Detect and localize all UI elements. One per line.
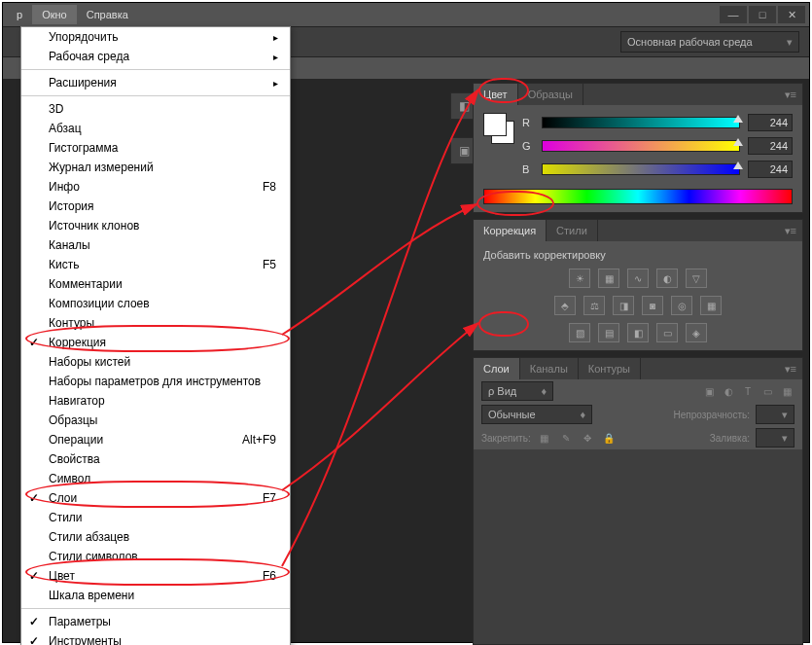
tab-paths[interactable]: Контуры [579,358,641,379]
layer-kind-dropdown[interactable]: ρ Вид♦ [481,381,553,401]
filter-shape-icon[interactable]: ▭ [759,383,775,399]
workspace-label: Основная рабочая среда [627,36,753,48]
menu-item-measurement-log[interactable]: Журнал измерений [21,158,290,177]
adj-lookup-icon[interactable]: ▦ [700,296,722,315]
panel-options-icon[interactable]: ▾≡ [779,225,802,237]
panel-options-icon[interactable]: ▾≡ [779,89,802,101]
color-swatch[interactable] [483,113,514,144]
menu-item-symbol[interactable]: Символ [21,469,290,488]
r-label: R [522,117,534,128]
filter-image-icon[interactable]: ▣ [701,383,717,399]
menu-item-paragraph-styles[interactable]: Стили абзацев [21,527,290,547]
tab-adjustments[interactable]: Коррекция [474,220,547,241]
menu-item-brush[interactable]: КистьF5 [21,255,290,274]
lock-pixels-icon[interactable]: ▦ [537,430,552,446]
window-maximize-button[interactable]: □ [749,6,776,23]
adj-threshold-icon[interactable]: ◧ [627,323,649,342]
b-value[interactable]: 244 [748,161,793,178]
menu-item-3d[interactable]: 3D [21,99,290,119]
r-value[interactable]: 244 [748,114,793,131]
adj-balance-icon[interactable]: ⚖ [583,296,605,315]
menu-item-info[interactable]: ИнфоF8 [21,177,290,197]
tab-color[interactable]: Цвет [474,84,518,105]
menu-item-history[interactable]: История [21,197,290,216]
filter-smart-icon[interactable]: ▦ [779,383,794,399]
menu-item-brush-presets[interactable]: Наборы кистей [21,352,290,372]
filter-text-icon[interactable]: T [740,383,756,399]
slider-knob[interactable] [733,161,743,169]
slider-knob[interactable] [733,115,743,123]
adj-selective-icon[interactable]: ◈ [686,323,707,342]
menu-item-histogram[interactable]: Гистограмма [21,138,290,158]
check-icon: ✓ [29,569,39,583]
menu-item-arrange[interactable]: Упорядочить [21,27,290,47]
tab-layers[interactable]: Слои [474,358,520,379]
layers-list[interactable] [474,449,802,644]
b-slider[interactable] [542,163,740,175]
adj-vibrance-icon[interactable]: ▽ [686,269,707,288]
tab-styles[interactable]: Стили [547,220,598,241]
menu-item-comments[interactable]: Комментарии [21,274,290,294]
menu-item-layers[interactable]: ✓СлоиF7 [21,488,290,508]
g-label: G [522,140,534,152]
menu-item-paragraph[interactable]: Абзац [21,119,290,138]
adj-poster-icon[interactable]: ▤ [598,323,619,342]
menu-item-timeline[interactable]: Шкала времени [21,586,290,605]
slider-knob[interactable] [733,138,743,146]
adj-exposure-icon[interactable]: ◐ [656,269,678,288]
r-slider[interactable] [542,117,740,128]
adj-bw-icon[interactable]: ◨ [613,296,634,315]
menu-item-channels[interactable]: Каналы [21,235,290,255]
fg-color-swatch[interactable] [483,113,507,136]
filter-adjust-icon[interactable]: ◐ [721,383,736,399]
menu-truncated: р [7,5,32,24]
menu-item-actions[interactable]: ОперацииAlt+F9 [21,430,290,449]
check-icon: ✓ [29,336,39,349]
menu-item-workspace[interactable]: Рабочая среда [21,47,290,66]
menu-item-tool-presets[interactable]: Наборы параметров для инструментов [21,372,290,391]
adj-gradmap-icon[interactable]: ▭ [656,323,678,342]
menu-item-tools[interactable]: ✓Инструменты [21,631,290,645]
adj-hue-icon[interactable]: ⬘ [554,296,576,315]
menu-item-swatches[interactable]: Образцы [21,411,290,430]
chevron-down-icon: ▾ [777,36,793,49]
g-slider[interactable] [542,140,740,152]
menu-item-color[interactable]: ✓ЦветF6 [21,566,290,586]
menu-item-adjustments[interactable]: ✓Коррекция [21,333,290,352]
adj-photofilter-icon[interactable]: ◙ [642,296,663,315]
menubar: р Окно Справка — □ ✕ [3,3,809,26]
color-spectrum[interactable] [483,189,793,204]
menu-item-navigator[interactable]: Навигатор [21,391,290,411]
menu-item-char-styles[interactable]: Стили символов [21,547,290,566]
menu-window[interactable]: Окно [32,5,77,24]
adj-mixer-icon[interactable]: ◎ [671,296,692,315]
tab-channels[interactable]: Каналы [520,358,579,379]
blend-mode-dropdown[interactable]: Обычные♦ [481,405,592,424]
workspace-dropdown[interactable]: Основная рабочая среда ▾ [620,31,799,53]
adj-levels-icon[interactable]: ▦ [598,269,619,288]
lock-move-icon[interactable]: ✥ [580,430,595,446]
adj-invert-icon[interactable]: ▧ [569,323,590,342]
tab-swatches[interactable]: Образцы [518,84,583,105]
menu-item-paths[interactable]: Контуры [21,313,290,333]
adj-brightness-icon[interactable]: ☀ [569,269,590,288]
menu-help[interactable]: Справка [77,5,138,24]
opacity-field[interactable]: ▾ [756,405,794,424]
menu-item-clone-source[interactable]: Источник клонов [21,216,290,235]
check-icon: ✓ [29,634,39,645]
window-close-button[interactable]: ✕ [778,6,805,23]
menu-item-properties[interactable]: Свойства [21,449,290,469]
menu-item-options[interactable]: ✓Параметры [21,612,290,631]
fill-field[interactable]: ▾ [756,428,794,448]
window-menu-dropdown: Упорядочить Рабочая среда Расширения 3D … [20,26,291,645]
adj-curves-icon[interactable]: ∿ [627,269,649,288]
add-adjustment-label: Добавить корректировку [483,249,793,261]
lock-brush-icon[interactable]: ✎ [558,430,574,446]
window-minimize-button[interactable]: — [720,6,747,23]
menu-item-styles[interactable]: Стили [21,508,290,527]
panel-options-icon[interactable]: ▾≡ [779,363,802,376]
menu-item-extensions[interactable]: Расширения [21,73,290,92]
menu-item-layer-comps[interactable]: Композиции слоев [21,294,290,313]
g-value[interactable]: 244 [748,137,793,155]
lock-all-icon[interactable]: 🔒 [601,430,617,446]
